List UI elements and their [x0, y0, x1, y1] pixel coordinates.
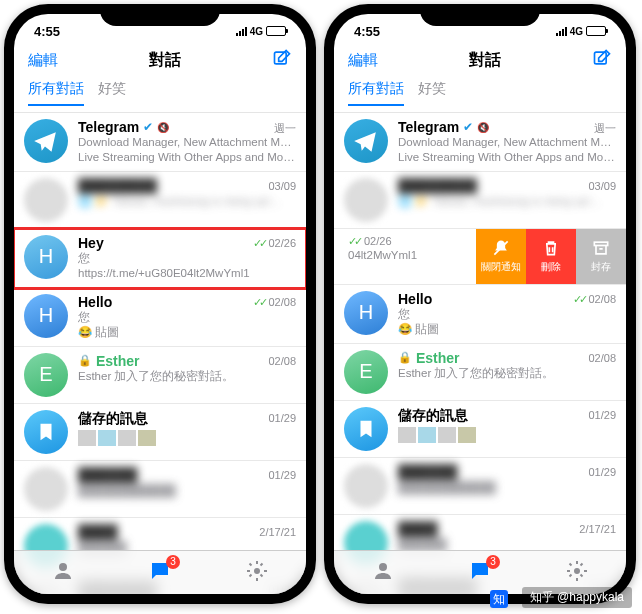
chat-date: 2/17/21	[579, 523, 616, 535]
chat-date: 01/29	[268, 469, 296, 481]
chat-date: ✓✓ 02/26	[253, 237, 296, 250]
tab-fun[interactable]: 好笑	[418, 80, 446, 106]
tab-chats[interactable]: 3	[148, 559, 172, 587]
chat-preview: Download Manager, New Attachment Menu,	[78, 135, 296, 150]
tab-contacts[interactable]	[51, 559, 75, 587]
mute-icon: 🔇	[477, 122, 489, 133]
chat-hello[interactable]: H Hello 您 😂 貼圖 ✓✓ 02/08	[334, 285, 626, 344]
chat-blurred[interactable]: ██████████████████ 01/29	[14, 461, 306, 518]
chat-preview: Esther 加入了您的秘密對話。	[398, 366, 616, 381]
chat-link: https://t.me/+uG80E04lt2MwYml1	[78, 266, 296, 281]
avatar: H	[24, 235, 68, 279]
avatar-telegram	[344, 119, 388, 163]
tab-contacts[interactable]	[371, 559, 395, 587]
avatar-saved	[344, 407, 388, 451]
chat-esther[interactable]: E 🔒Esther Esther 加入了您的秘密對話。 02/08	[334, 344, 626, 401]
avatar-saved	[24, 410, 68, 454]
edit-button[interactable]: 編輯	[28, 51, 58, 70]
chat-esther[interactable]: E 🔒Esther Esther 加入了您的秘密對話。 02/08	[14, 347, 306, 404]
chat-name: 儲存的訊息	[78, 410, 148, 428]
chat-name: Esther	[416, 350, 460, 366]
avatar: H	[344, 291, 388, 335]
unread-badge: 3	[166, 555, 180, 569]
chat-you: 您	[78, 251, 296, 266]
chat-date: 01/29	[588, 409, 616, 421]
avatar	[344, 178, 388, 222]
chat-date: 2/17/21	[259, 526, 296, 538]
chat-date: 01/29	[268, 412, 296, 424]
chat-hey-swiped[interactable]: ✓✓ 02/26 04lt2MwYml1 關閉通知 刪除	[334, 229, 626, 285]
chat-preview: Live Streaming With Other Apps and More.…	[78, 150, 296, 165]
chat-saved[interactable]: 儲存的訊息 01/29	[14, 404, 306, 461]
chat-telegram[interactable]: Telegram ✔ 🔇 Download Manager, New Attac…	[14, 113, 306, 172]
compose-button[interactable]	[272, 48, 292, 72]
avatar	[24, 178, 68, 222]
tab-all[interactable]: 所有對話	[28, 80, 84, 106]
battery-icon	[266, 26, 286, 36]
chat-sticker: 😂 貼圖	[398, 322, 616, 337]
chat-blurred[interactable]: ████████ 🌐 👉 Taiwan, Kaohsiung is rising…	[334, 172, 626, 229]
chat-date: ✓✓ 02/08	[573, 293, 616, 306]
chat-saved[interactable]: 儲存的訊息 01/29	[334, 401, 626, 458]
chat-date: 02/08	[588, 352, 616, 364]
chat-blurred[interactable]: ██████████████████ 01/29	[334, 458, 626, 515]
status-time: 4:55	[354, 24, 380, 39]
avatar-telegram	[24, 119, 68, 163]
chat-list[interactable]: Telegram ✔ 🔇 Download Manager, New Attac…	[334, 113, 626, 594]
avatar	[344, 464, 388, 508]
chat-date: 01/29	[588, 466, 616, 478]
chat-name: Hello	[398, 291, 432, 307]
zhihu-logo: 知	[490, 590, 508, 608]
tab-fun[interactable]: 好笑	[98, 80, 126, 106]
chat-list[interactable]: Telegram ✔ 🔇 Download Manager, New Attac…	[14, 113, 306, 594]
swipe-mute-button[interactable]: 關閉通知	[476, 229, 526, 284]
lock-icon: 🔒	[78, 354, 92, 367]
chat-link: 04lt2MwYml1	[348, 248, 476, 263]
tab-settings[interactable]	[565, 559, 589, 587]
screen-left: 4:55 4G 編輯 對話 所有對話 好笑	[14, 14, 306, 594]
tab-chats[interactable]: 3	[468, 559, 492, 587]
chat-preview: Download Manager, New Attachment Menu,	[398, 135, 616, 150]
svg-rect-5	[594, 243, 607, 246]
avatar: E	[24, 353, 68, 397]
read-icon: ✓✓	[253, 296, 265, 309]
chat-blurred[interactable]: ████████ 🌐 👉 Taiwan, Kaohsiung is rising…	[14, 172, 306, 229]
notch	[100, 4, 220, 26]
signal-icon	[556, 27, 567, 36]
svg-point-7	[574, 568, 580, 574]
chat-hey-highlighted[interactable]: H Hey 您 https://t.me/+uG80E04lt2MwYml1 ✓…	[14, 229, 306, 288]
nav-bar: 編輯 對話	[334, 44, 626, 76]
chat-date: 03/09	[588, 180, 616, 192]
signal-icon	[236, 27, 247, 36]
chat-telegram[interactable]: Telegram ✔ 🔇 Download Manager, New Attac…	[334, 113, 626, 172]
swipe-delete-button[interactable]: 刪除	[526, 229, 576, 284]
read-icon: ✓✓	[253, 237, 265, 250]
globe-icon: 🌐	[78, 195, 92, 207]
folder-tabs: 所有對話 好笑	[334, 76, 626, 113]
svg-point-2	[254, 568, 260, 574]
swipe-archive-button[interactable]: 封存	[576, 229, 626, 284]
chat-preview: Esther 加入了您的秘密對話。	[78, 369, 296, 384]
network-label: 4G	[250, 26, 263, 37]
chat-preview: Live Streaming With Other Apps and More.…	[398, 150, 616, 165]
tab-settings[interactable]	[245, 559, 269, 587]
phone-left: 4:55 4G 編輯 對話 所有對話 好笑	[4, 4, 316, 604]
notch	[420, 4, 540, 26]
chat-hello[interactable]: H Hello 您 😂 貼圖 ✓✓ 02/08	[14, 288, 306, 347]
read-icon: ✓✓	[573, 293, 585, 306]
compose-button[interactable]	[592, 48, 612, 72]
folder-tabs: 所有對話 好笑	[14, 76, 306, 113]
network-label: 4G	[570, 26, 583, 37]
svg-point-1	[59, 563, 67, 571]
lock-icon: 🔒	[398, 351, 412, 364]
point-icon: 👉	[95, 195, 109, 207]
chat-date: 週一	[274, 121, 296, 136]
avatar: E	[344, 350, 388, 394]
chat-date: 週一	[594, 121, 616, 136]
chat-date: ✓✓ 02/08	[253, 296, 296, 309]
chat-sticker: 😂 貼圖	[78, 325, 296, 340]
mute-icon: 🔇	[157, 122, 169, 133]
tab-all[interactable]: 所有對話	[348, 80, 404, 106]
edit-button[interactable]: 編輯	[348, 51, 378, 70]
media-thumbs	[78, 430, 296, 446]
